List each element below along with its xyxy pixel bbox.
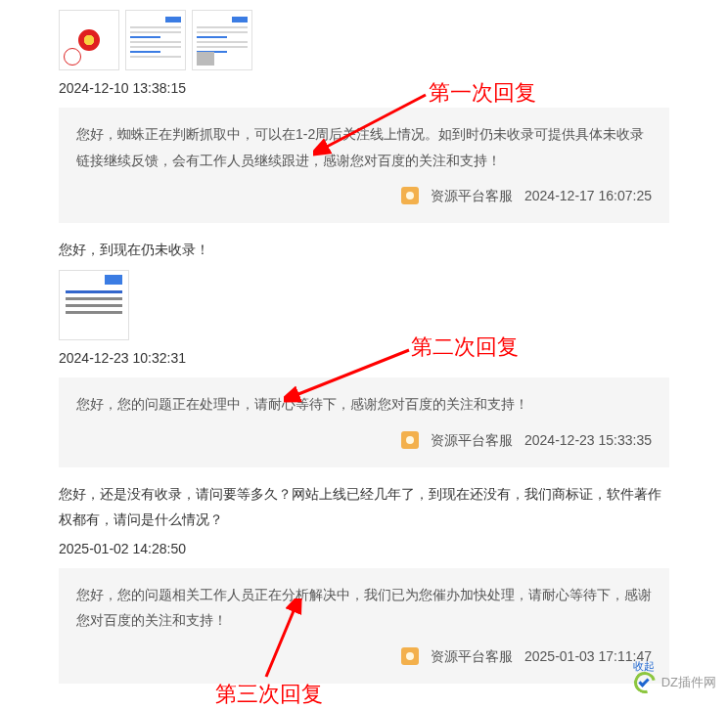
reply-footer: 资源平台客服 2024-12-23 15:33:35 xyxy=(76,427,652,454)
reply-author: 资源平台客服 xyxy=(431,183,513,209)
staff-reply-2: 您好，您的问题正在处理中，请耐心等待下，感谢您对百度的关注和支持！ 资源平台客服… xyxy=(59,377,669,466)
reply-text: 您好，您的问题相关工作人员正在分析解决中，我们已为您催办加快处理，请耐心等待下，… xyxy=(76,582,652,634)
attachment-thumbnails-1 xyxy=(59,10,669,70)
watermark: DZ插件网 xyxy=(634,672,716,693)
watermark-text: DZ插件网 xyxy=(661,674,716,691)
user-message-2: 您好，到现在仍未收录！ xyxy=(59,237,669,263)
reply-text: 您好，您的问题正在处理中，请耐心等待下，感谢您对百度的关注和支持！ xyxy=(76,391,652,418)
annotation-third-reply: 第三次回复 xyxy=(215,680,323,709)
reply-footer: 资源平台客服 2025-01-03 17:11:47 xyxy=(76,643,652,670)
thumbnail-search-result-1[interactable] xyxy=(125,10,186,70)
reply-footer: 资源平台客服 2024-12-17 16:07:25 xyxy=(76,183,652,209)
staff-avatar-icon xyxy=(401,187,419,204)
reply-time: 2024-12-23 15:33:35 xyxy=(524,427,652,454)
watermark-logo-icon xyxy=(634,672,656,693)
staff-avatar-icon xyxy=(401,647,419,665)
post-timestamp-2: 2024-12-23 10:32:31 xyxy=(59,350,669,366)
reply-text: 您好，蜘蛛正在判断抓取中，可以在1-2周后关注线上情况。如到时仍未收录可提供具体… xyxy=(76,121,652,173)
reply-time: 2024-12-17 16:07:25 xyxy=(524,183,652,209)
attachment-thumbnails-2 xyxy=(59,270,669,340)
reply-author: 资源平台客服 xyxy=(431,643,513,670)
staff-avatar-icon xyxy=(401,431,419,449)
reply-author: 资源平台客服 xyxy=(431,427,513,454)
thumbnail-search-result-2[interactable] xyxy=(192,10,252,70)
thumbnail-certificate[interactable] xyxy=(59,10,119,70)
post-timestamp-3: 2025-01-02 14:28:50 xyxy=(59,541,669,556)
thumbnail-search-3[interactable] xyxy=(59,270,129,340)
post-timestamp-1: 2024-12-10 13:38:15 xyxy=(59,80,669,96)
staff-reply-3: 您好，您的问题相关工作人员正在分析解决中，我们已为您催办加快处理，请耐心等待下，… xyxy=(59,568,669,684)
staff-reply-1: 您好，蜘蛛正在判断抓取中，可以在1-2周后关注线上情况。如到时仍未收录可提供具体… xyxy=(59,108,669,223)
user-message-3: 您好，还是没有收录，请问要等多久？网站上线已经几年了，到现在还没有，我们商标证，… xyxy=(59,481,669,533)
